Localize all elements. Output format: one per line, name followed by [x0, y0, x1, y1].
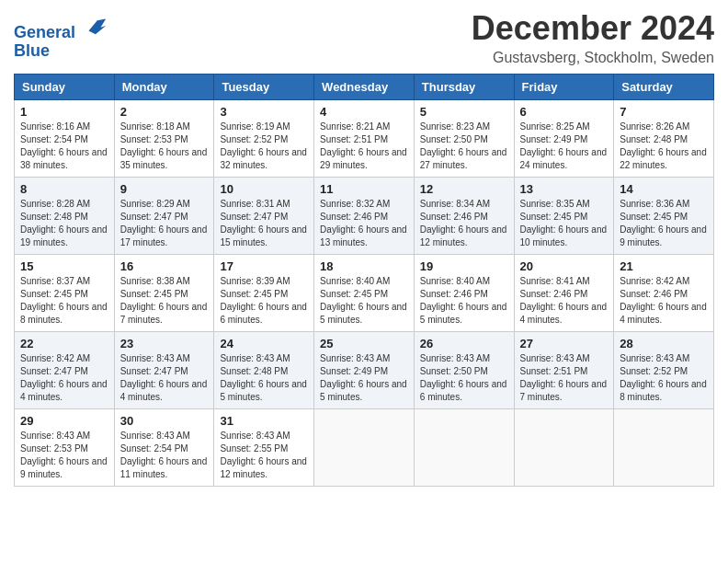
day-number: 26: [420, 337, 508, 350]
day-header-saturday: Saturday: [614, 75, 714, 100]
logo-text-blue: Blue: [14, 41, 50, 60]
day-number: 19: [420, 259, 508, 273]
day-info: Sunrise: 8:43 AMSunset: 2:55 PMDaylight:…: [220, 431, 307, 479]
day-number: 13: [520, 182, 609, 196]
day-info: Sunrise: 8:43 AMSunset: 2:52 PMDaylight:…: [620, 353, 707, 402]
day-info: Sunrise: 8:23 AMSunset: 2:50 PMDaylight:…: [420, 121, 507, 170]
day-number: 9: [120, 182, 209, 196]
day-number: 31: [220, 414, 308, 428]
day-info: Sunrise: 8:25 AMSunset: 2:49 PMDaylight:…: [520, 121, 608, 170]
calendar-cell: 1 Sunrise: 8:16 AMSunset: 2:54 PMDayligh…: [15, 100, 115, 178]
calendar-body: 1 Sunrise: 8:16 AMSunset: 2:54 PMDayligh…: [15, 100, 714, 487]
day-info: Sunrise: 8:32 AMSunset: 2:46 PMDaylight:…: [320, 199, 407, 247]
day-header-tuesday: Tuesday: [214, 75, 314, 100]
day-info: Sunrise: 8:43 AMSunset: 2:48 PMDaylight:…: [220, 353, 307, 402]
day-info: Sunrise: 8:42 AMSunset: 2:46 PMDaylight:…: [620, 276, 707, 325]
day-info: Sunrise: 8:43 AMSunset: 2:53 PMDaylight:…: [20, 431, 108, 479]
calendar-cell: 13 Sunrise: 8:35 AMSunset: 2:45 PMDaylig…: [514, 178, 614, 255]
logo-bird-icon: [82, 12, 108, 38]
calendar-cell: 29 Sunrise: 8:43 AMSunset: 2:53 PMDaylig…: [15, 409, 115, 487]
title-area: December 2024 Gustavsberg, Stockholm, Sw…: [472, 9, 714, 66]
day-header-thursday: Thursday: [414, 75, 514, 100]
calendar-cell: 12 Sunrise: 8:34 AMSunset: 2:46 PMDaylig…: [414, 178, 514, 255]
calendar-week-row: 29 Sunrise: 8:43 AMSunset: 2:53 PMDaylig…: [15, 409, 714, 487]
calendar-cell: 5 Sunrise: 8:23 AMSunset: 2:50 PMDayligh…: [414, 100, 514, 178]
calendar-cell: 18 Sunrise: 8:40 AMSunset: 2:45 PMDaylig…: [314, 255, 415, 332]
calendar-cell: 10 Sunrise: 8:31 AMSunset: 2:47 PMDaylig…: [214, 178, 314, 255]
calendar-cell: 27 Sunrise: 8:43 AMSunset: 2:51 PMDaylig…: [514, 332, 614, 409]
day-number: 8: [20, 182, 108, 196]
day-number: 10: [220, 182, 308, 196]
calendar-cell: 20 Sunrise: 8:41 AMSunset: 2:46 PMDaylig…: [514, 255, 614, 332]
logo-text-general: General: [14, 23, 75, 41]
day-info: Sunrise: 8:40 AMSunset: 2:46 PMDaylight:…: [420, 276, 507, 325]
day-number: 15: [20, 259, 108, 273]
day-number: 27: [520, 337, 609, 350]
day-info: Sunrise: 8:28 AMSunset: 2:48 PMDaylight:…: [20, 199, 108, 247]
calendar-cell: 24 Sunrise: 8:43 AMSunset: 2:48 PMDaylig…: [214, 332, 314, 409]
calendar-cell: 7 Sunrise: 8:26 AMSunset: 2:48 PMDayligh…: [614, 100, 714, 178]
day-number: 29: [20, 414, 108, 428]
logo: General Blue: [14, 14, 108, 61]
calendar-cell: 28 Sunrise: 8:43 AMSunset: 2:52 PMDaylig…: [614, 332, 714, 409]
calendar-week-row: 22 Sunrise: 8:42 AMSunset: 2:47 PMDaylig…: [15, 332, 714, 409]
day-info: Sunrise: 8:43 AMSunset: 2:47 PMDaylight:…: [120, 353, 208, 402]
day-info: Sunrise: 8:43 AMSunset: 2:54 PMDaylight:…: [120, 431, 208, 479]
svg-marker-0: [89, 18, 107, 34]
location-title: Gustavsberg, Stockholm, Sweden: [472, 50, 714, 66]
day-info: Sunrise: 8:16 AMSunset: 2:54 PMDaylight:…: [20, 121, 108, 170]
day-number: 28: [620, 337, 708, 350]
day-info: Sunrise: 8:21 AMSunset: 2:51 PMDaylight:…: [320, 121, 407, 170]
calendar-header-row: SundayMondayTuesdayWednesdayThursdayFrid…: [15, 75, 714, 100]
day-number: 12: [420, 182, 508, 196]
calendar-cell: 21 Sunrise: 8:42 AMSunset: 2:46 PMDaylig…: [614, 255, 714, 332]
page-header: General Blue December 2024 Gustavsberg, …: [14, 9, 714, 66]
day-number: 21: [620, 259, 708, 273]
day-number: 2: [120, 105, 209, 119]
day-number: 1: [20, 105, 108, 119]
day-number: 25: [320, 337, 408, 350]
calendar-cell: 8 Sunrise: 8:28 AMSunset: 2:48 PMDayligh…: [15, 178, 115, 255]
day-info: Sunrise: 8:43 AMSunset: 2:49 PMDaylight:…: [320, 353, 407, 402]
calendar-cell: 16 Sunrise: 8:38 AMSunset: 2:45 PMDaylig…: [114, 255, 214, 332]
day-info: Sunrise: 8:36 AMSunset: 2:45 PMDaylight:…: [620, 199, 707, 247]
day-info: Sunrise: 8:37 AMSunset: 2:45 PMDaylight:…: [20, 276, 108, 325]
day-header-friday: Friday: [514, 75, 614, 100]
calendar-week-row: 15 Sunrise: 8:37 AMSunset: 2:45 PMDaylig…: [15, 255, 714, 332]
day-info: Sunrise: 8:18 AMSunset: 2:53 PMDaylight:…: [120, 121, 208, 170]
calendar-cell: 17 Sunrise: 8:39 AMSunset: 2:45 PMDaylig…: [214, 255, 314, 332]
day-info: Sunrise: 8:29 AMSunset: 2:47 PMDaylight:…: [120, 199, 208, 247]
day-number: 3: [220, 105, 308, 119]
day-number: 11: [320, 182, 408, 196]
day-info: Sunrise: 8:35 AMSunset: 2:45 PMDaylight:…: [520, 199, 608, 247]
calendar-cell: 31 Sunrise: 8:43 AMSunset: 2:55 PMDaylig…: [214, 409, 314, 487]
day-number: 20: [520, 259, 609, 273]
day-info: Sunrise: 8:39 AMSunset: 2:45 PMDaylight:…: [220, 276, 307, 325]
day-number: 24: [220, 337, 308, 350]
calendar-cell: [614, 409, 714, 487]
day-info: Sunrise: 8:26 AMSunset: 2:48 PMDaylight:…: [620, 121, 707, 170]
calendar-cell: 11 Sunrise: 8:32 AMSunset: 2:46 PMDaylig…: [314, 178, 415, 255]
calendar-cell: 23 Sunrise: 8:43 AMSunset: 2:47 PMDaylig…: [114, 332, 214, 409]
day-header-sunday: Sunday: [15, 75, 115, 100]
calendar-cell: 25 Sunrise: 8:43 AMSunset: 2:49 PMDaylig…: [314, 332, 415, 409]
day-info: Sunrise: 8:42 AMSunset: 2:47 PMDaylight:…: [20, 353, 108, 402]
calendar-cell: [314, 409, 415, 487]
calendar-cell: 9 Sunrise: 8:29 AMSunset: 2:47 PMDayligh…: [114, 178, 214, 255]
day-info: Sunrise: 8:41 AMSunset: 2:46 PMDaylight:…: [520, 276, 608, 325]
calendar-cell: 26 Sunrise: 8:43 AMSunset: 2:50 PMDaylig…: [414, 332, 514, 409]
day-info: Sunrise: 8:34 AMSunset: 2:46 PMDaylight:…: [420, 199, 507, 247]
calendar-cell: 14 Sunrise: 8:36 AMSunset: 2:45 PMDaylig…: [614, 178, 714, 255]
calendar-cell: 15 Sunrise: 8:37 AMSunset: 2:45 PMDaylig…: [15, 255, 115, 332]
day-info: Sunrise: 8:38 AMSunset: 2:45 PMDaylight:…: [120, 276, 208, 325]
day-number: 22: [20, 337, 108, 350]
calendar-cell: 30 Sunrise: 8:43 AMSunset: 2:54 PMDaylig…: [114, 409, 214, 487]
day-number: 7: [620, 105, 708, 119]
day-info: Sunrise: 8:43 AMSunset: 2:51 PMDaylight:…: [520, 353, 608, 402]
calendar-table: SundayMondayTuesdayWednesdayThursdayFrid…: [14, 74, 714, 487]
day-number: 30: [120, 414, 209, 428]
day-number: 4: [320, 105, 408, 119]
day-number: 14: [620, 182, 708, 196]
day-info: Sunrise: 8:40 AMSunset: 2:45 PMDaylight:…: [320, 276, 407, 325]
calendar-cell: 19 Sunrise: 8:40 AMSunset: 2:46 PMDaylig…: [414, 255, 514, 332]
